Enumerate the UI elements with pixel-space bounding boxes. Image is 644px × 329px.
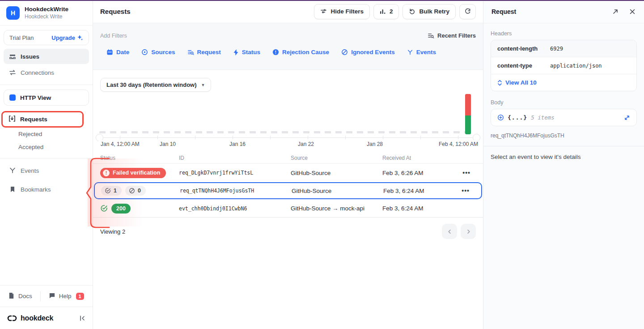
help-badge: 1 — [76, 293, 84, 300]
circle-dot-icon — [141, 49, 148, 56]
workspace-logo: H — [6, 6, 20, 20]
sidebar-divider — [0, 158, 93, 158]
circle-slash-icon — [341, 49, 348, 56]
http-view-icon — [9, 94, 16, 101]
headers-card: content-length 6929 content-type applica… — [491, 40, 637, 91]
filter-chip-label: Status — [242, 49, 260, 56]
source-cell: GitHub-Source — [291, 170, 382, 176]
refresh-button[interactable] — [459, 4, 476, 19]
table-row-selected[interactable]: 1 0 req_qtTNQhH4J6MFojusGsTH GitHub-Sour… — [94, 182, 482, 199]
filter-chip-events[interactable]: Events — [407, 49, 436, 56]
table-row[interactable]: ! Failed verification req_DLgkD7vnrj1frw… — [93, 164, 483, 182]
ignored-count-badge: 0 — [125, 186, 146, 196]
collapse-sidebar-icon[interactable] — [79, 315, 85, 321]
filter-chip-label: Events — [416, 49, 436, 56]
panel-title: Request — [491, 8, 516, 15]
status-label: Failed verification — [113, 170, 160, 176]
top-accent-bar — [0, 0, 644, 1]
pagination — [442, 224, 476, 239]
next-page-button[interactable] — [461, 224, 476, 239]
requests-label: Requests — [20, 116, 47, 123]
table-header-row: Status ID Source Received At — [93, 152, 483, 164]
sidebar: H HookdeckWrite Hookdeck Write Trial Pla… — [0, 0, 93, 329]
help-button[interactable]: Help 1 — [41, 286, 92, 307]
sidebar-divider — [0, 85, 93, 85]
date-range-label: Last 30 days (Retention window) — [106, 81, 197, 88]
sidebar-item-http-view[interactable]: HTTP View — [4, 90, 89, 106]
sort-chevrons-icon — [497, 80, 502, 86]
panel-body: Headers content-length 6929 content-type… — [483, 23, 644, 167]
sidebar-item-connections[interactable]: Connections — [4, 65, 89, 80]
sidebar-item-accepted[interactable]: Accepted — [0, 141, 93, 154]
docs-button[interactable]: Docs — [0, 286, 40, 307]
header-value: application/json — [550, 63, 630, 69]
expand-body-icon[interactable] — [624, 115, 630, 121]
chart-bar-failed-segment — [465, 94, 471, 115]
body-preview-card[interactable]: {...} 5 items — [491, 109, 637, 126]
body-section-label: Body — [491, 99, 637, 106]
sidebar-item-rejected[interactable]: Rejected — [0, 128, 93, 141]
upgrade-link[interactable]: Upgrade — [51, 34, 83, 41]
sidebar-item-events[interactable]: Events — [4, 163, 89, 178]
date-range-selector[interactable]: Last 30 days (Retention window) ▼ — [100, 78, 211, 92]
row-menu-button[interactable]: ••• — [450, 187, 475, 194]
filters-top-row: Add Filters Recent Filters — [93, 23, 483, 39]
axis-tick-jan10: Jan 10 — [160, 140, 176, 147]
close-panel-icon[interactable] — [629, 8, 636, 15]
sidebar-utility-row: Docs Help 1 — [0, 285, 93, 307]
chart-toggle-button[interactable]: 2 — [373, 4, 399, 19]
help-chat-icon — [49, 292, 55, 300]
chart-baseline — [99, 131, 474, 133]
workspace-initial: H — [11, 9, 15, 17]
request-id-text: req_qtTNQhH4J6MFojusGsTH — [491, 132, 637, 139]
panel-header-icons — [612, 8, 636, 15]
filter-chip-status[interactable]: Status — [233, 49, 260, 56]
chart-bar-accepted-segment — [465, 115, 471, 134]
retry-icon — [409, 8, 415, 15]
filter-chip-ignored-events[interactable]: Ignored Events — [341, 49, 395, 56]
bar-chart-icon — [380, 9, 386, 15]
filter-chip-label: Sources — [151, 49, 175, 56]
accepted-count: 1 — [114, 188, 117, 194]
workspace-switcher[interactable]: H HookdeckWrite Hookdeck Write — [0, 0, 93, 26]
sidebar-item-bookmarks[interactable]: Bookmarks — [4, 182, 89, 197]
status-cell: ! Failed verification — [100, 168, 179, 178]
requests-table: Status ID Source Received At ! Failed ve… — [93, 152, 483, 245]
recent-filters-button[interactable]: Recent Filters — [428, 32, 476, 39]
row-menu-button[interactable]: ••• — [449, 169, 476, 176]
source-cell: GitHub-Source — [292, 188, 383, 194]
hide-filters-label: Hide Filters — [330, 8, 364, 15]
circle-check-icon — [100, 205, 108, 212]
http-view-label: HTTP View — [20, 94, 51, 101]
workspace-meta: HookdeckWrite Hookdeck Write — [25, 6, 68, 20]
expand-panel-icon[interactable] — [612, 8, 619, 15]
axis-tick-end: Feb 4, 12:00 AM — [436, 140, 481, 148]
panel-divider — [483, 146, 644, 146]
filter-chip-sources[interactable]: Sources — [141, 49, 175, 56]
sidebar-item-requests-annotated[interactable]: Requests — [1, 111, 84, 128]
hookdeck-logo-icon — [7, 315, 17, 322]
source-cell: GitHub-Source → mock-api — [291, 205, 382, 212]
header-row: content-type application/json — [491, 57, 636, 74]
filter-chip-rejection-cause[interactable]: Rejection Cause — [272, 49, 329, 56]
docs-label: Docs — [18, 293, 32, 299]
column-header-source: Source — [291, 155, 382, 161]
workspace-name: HookdeckWrite — [25, 6, 68, 13]
filter-lines-icon — [320, 8, 327, 15]
sidebar-footer: hookdeck — [0, 307, 93, 329]
view-all-headers-button[interactable]: View All 10 — [491, 74, 636, 91]
filter-chip-date[interactable]: Date — [106, 49, 129, 56]
previous-page-button[interactable] — [442, 224, 457, 239]
filter-chip-request[interactable]: Request — [187, 49, 221, 56]
hide-filters-button[interactable]: Hide Filters — [314, 4, 370, 19]
sidebar-item-issues[interactable]: Issues — [4, 49, 89, 64]
table-row[interactable]: 200 evt_chh0Dbindj0I1CwbN6 GitHub-Source… — [93, 200, 483, 218]
view-all-label: View All 10 — [505, 79, 537, 86]
docs-icon — [8, 292, 15, 300]
bulk-retry-button[interactable]: Bulk Retry — [402, 4, 456, 19]
chart-bar-feb3[interactable] — [465, 94, 471, 134]
circle-check-icon — [105, 188, 111, 194]
plan-card: Trial Plan Upgrade — [4, 30, 89, 45]
sidebar-item-label: Connections — [21, 69, 54, 76]
json-preview: {...} — [508, 114, 527, 121]
